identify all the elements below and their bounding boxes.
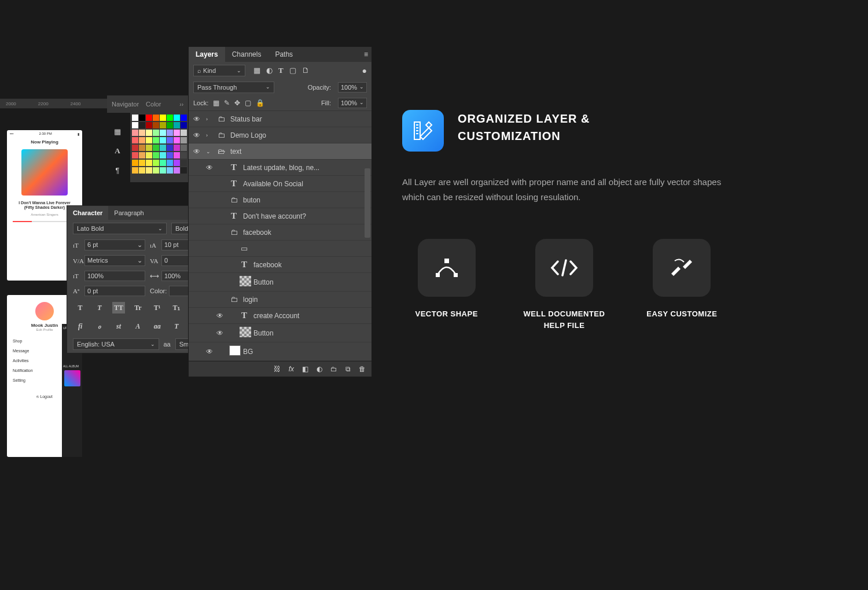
swatch[interactable] [153,137,159,143]
swatch[interactable] [160,160,166,166]
layer-name[interactable]: create Account [253,312,367,320]
swatch[interactable] [167,122,173,128]
lock-transparency-icon[interactable]: ▦ [213,99,219,107]
visibility-toggle[interactable]: 👁 [193,115,201,123]
swatch[interactable] [181,145,187,151]
swatch[interactable] [139,152,145,158]
swatch[interactable] [139,115,145,121]
layer-name[interactable]: Available On Social [243,180,367,188]
visibility-toggle[interactable]: 👁 [216,329,225,337]
opentype-button[interactable]: T [170,320,183,332]
character-tab[interactable]: Character [67,206,108,220]
visibility-toggle[interactable]: 👁 [206,164,214,172]
swatch[interactable] [146,160,152,166]
disclosure-triangle[interactable]: › [206,132,212,138]
type-style-button[interactable]: T [74,302,87,314]
swatch[interactable] [181,152,187,158]
color-swatches[interactable] [130,113,188,182]
swatch[interactable] [146,137,152,143]
filter-shape-icon[interactable]: ▢ [289,66,296,75]
type-style-button[interactable]: T¹ [151,302,164,314]
filter-adjust-icon[interactable]: ◐ [266,66,273,75]
swatch[interactable] [174,145,180,151]
delete-layer-icon[interactable]: 🗑 [359,365,366,373]
swatch[interactable] [181,160,187,166]
opacity-input[interactable]: 100%⌄ [338,82,367,93]
paragraph-icon[interactable]: ¶ [116,166,120,175]
swatch[interactable] [167,137,173,143]
font-size-input[interactable]: 6 pt⌄ [84,239,145,250]
swatch[interactable] [181,122,187,128]
text-tool-icon[interactable]: A [115,146,120,156]
new-group-icon[interactable]: 🗀 [330,365,337,373]
swatch[interactable] [160,167,166,174]
filter-toggle[interactable]: ● [362,66,367,75]
swatch[interactable] [167,130,173,136]
swatch[interactable] [153,115,159,121]
type-style-button[interactable]: T [93,302,106,314]
layers-scrollbar[interactable] [365,168,370,238]
swatch[interactable] [132,160,138,166]
navigator-tab[interactable]: Navigator [112,101,139,108]
channels-tab[interactable]: Channels [225,47,269,62]
layer-row[interactable]: 👁›🗀Demo Logo [189,127,372,143]
layers-tab[interactable]: Layers [189,47,225,62]
swatch[interactable] [132,152,138,158]
swatch[interactable] [139,130,145,136]
opentype-button[interactable]: fi [74,320,87,332]
swatch[interactable] [167,115,173,121]
swatch[interactable] [181,137,187,143]
swatch[interactable] [160,130,166,136]
opentype-button[interactable]: ℴ [93,320,106,332]
swatch[interactable] [153,145,159,151]
swatch[interactable] [167,167,173,174]
new-layer-icon[interactable]: ⧉ [345,365,351,373]
swatch[interactable] [146,145,152,151]
swatch[interactable] [181,167,187,174]
fill-input[interactable]: 100%⌄ [338,98,367,108]
swatch[interactable] [153,122,159,128]
opentype-button[interactable]: aa [151,320,164,332]
layer-row[interactable]: 👁⌄🗁text [189,143,372,160]
disclosure-triangle[interactable]: ⌄ [206,149,212,154]
panel-menu-icon[interactable]: ≡ [364,50,368,58]
type-style-button[interactable]: TT [112,302,125,314]
color-tab[interactable]: Color [146,101,161,108]
swatch[interactable] [160,122,166,128]
swatch[interactable] [181,130,187,136]
disclosure-triangle[interactable]: › [206,116,212,122]
lock-position-icon[interactable]: ✥ [234,99,240,107]
layer-row[interactable]: Tfacebook [189,257,372,273]
swatch[interactable] [160,145,166,151]
layer-row[interactable]: TDon't have account? [189,208,372,224]
layer-name[interactable]: login [243,296,367,304]
filter-type-icon[interactable]: T [278,66,284,75]
layer-name[interactable]: Latest update, blog, ne... [243,164,367,172]
filter-pixel-icon[interactable]: ▦ [253,66,260,75]
swatch[interactable] [139,122,145,128]
filter-smart-icon[interactable]: 🗋 [302,66,310,75]
layer-row[interactable]: 👁Tcreate Account [189,308,372,324]
opentype-button[interactable]: A [131,320,144,332]
layer-row[interactable]: TAvailable On Social [189,176,372,192]
swatch[interactable] [167,145,173,151]
layer-row[interactable]: 👁BG [189,342,372,361]
swatch[interactable] [160,115,166,121]
swatch[interactable] [174,115,180,121]
visibility-toggle[interactable]: 👁 [206,348,214,356]
lock-paint-icon[interactable]: ✎ [224,99,230,107]
blend-mode-select[interactable]: Pass Through⌄ [193,82,274,93]
swatch[interactable] [153,160,159,166]
swatch[interactable] [174,130,180,136]
layer-row[interactable]: 🗀facebook [189,224,372,241]
layer-name[interactable]: Don't have account? [243,212,367,220]
layer-name[interactable]: text [230,148,367,156]
layer-row[interactable]: 🗀buton [189,192,372,208]
swatch[interactable] [174,137,180,143]
layer-name[interactable]: Button [253,329,367,337]
swatch[interactable] [167,152,173,158]
swatch[interactable] [139,160,145,166]
swatches-icon[interactable]: ▦ [114,127,121,136]
swatch[interactable] [153,130,159,136]
vscale-input[interactable]: 100% [84,271,145,281]
